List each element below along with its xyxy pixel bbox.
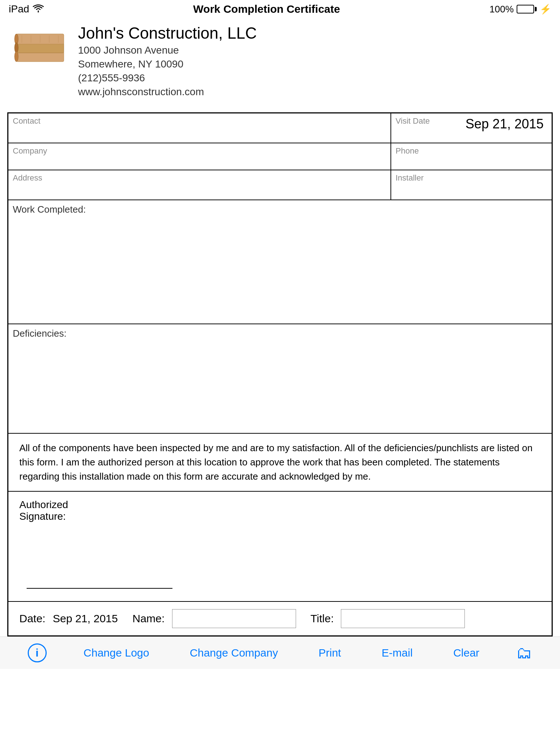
contact-label: Contact	[13, 116, 386, 126]
work-completed-section[interactable]: Work Completed:	[8, 200, 552, 324]
status-left: iPad	[9, 3, 44, 15]
charging-icon: ⚡	[540, 4, 551, 15]
change-company-button[interactable]: Change Company	[186, 645, 282, 661]
ipad-label: iPad	[9, 3, 29, 15]
visit-date-label: Visit Date	[396, 116, 430, 126]
company-phone: (212)555-9936	[78, 72, 257, 84]
name-input[interactable]	[172, 609, 296, 628]
date-value: Sep 21, 2015	[53, 612, 118, 625]
info-button[interactable]: i	[28, 643, 47, 662]
company-phone-row: Company Phone	[8, 143, 552, 170]
phone-label: Phone	[396, 146, 547, 156]
svg-point-10	[15, 51, 18, 62]
toolbar: i Change Logo Change Company Print E-mai…	[0, 636, 560, 669]
company-website: www.johnsconstruction.com	[78, 86, 257, 98]
clear-button[interactable]: Clear	[450, 645, 483, 661]
installer-label: Installer	[396, 173, 547, 183]
date-name-row: Date: Sep 21, 2015 Name: Title:	[8, 601, 552, 635]
wifi-icon	[33, 3, 44, 15]
address-label: Address	[13, 173, 386, 183]
contact-visitdate-row: Contact Visit Date Sep 21, 2015	[8, 113, 552, 143]
company-info: John's Construction, LLC 1000 Johnson Av…	[78, 20, 257, 98]
company-field[interactable]: Company	[8, 143, 391, 170]
form-container: Contact Visit Date Sep 21, 2015 Company …	[7, 112, 553, 636]
visit-date-value: Sep 21, 2015	[466, 116, 547, 132]
info-icon: i	[36, 647, 39, 659]
title-input[interactable]	[341, 609, 465, 628]
address-field[interactable]: Address	[8, 170, 391, 200]
signature-section: Authorized Signature:	[8, 492, 552, 601]
deficiencies-section[interactable]: Deficiencies:	[8, 324, 552, 434]
company-address2: Somewhere, NY 10090	[78, 58, 257, 70]
battery-icon	[517, 5, 537, 13]
date-label: Date:	[19, 612, 46, 625]
status-bar: iPad Work Completion Certificate 100% ⚡	[0, 0, 560, 17]
email-button[interactable]: E-mail	[378, 645, 416, 661]
title-label: Title:	[311, 612, 334, 625]
name-label: Name:	[132, 612, 164, 625]
statement-section: All of the components have been inspecte…	[8, 434, 552, 492]
company-field-label: Company	[13, 146, 386, 156]
installer-field[interactable]: Installer	[391, 170, 552, 200]
deficiencies-label: Deficiencies:	[13, 328, 547, 339]
change-logo-button[interactable]: Change Logo	[80, 645, 153, 661]
company-address1: 1000 Johnson Avenue	[78, 44, 257, 56]
company-name: John's Construction, LLC	[78, 24, 257, 42]
print-button[interactable]: Print	[315, 645, 345, 661]
page-title: Work Completion Certificate	[44, 3, 489, 15]
signature-line	[27, 588, 172, 589]
contact-field[interactable]: Contact	[8, 113, 391, 143]
statement-text: All of the components have been inspecte…	[19, 441, 541, 484]
address-installer-row: Address Installer	[8, 170, 552, 200]
visit-date-field: Visit Date Sep 21, 2015	[391, 113, 552, 143]
status-right: 100% ⚡	[490, 4, 552, 15]
battery-percent: 100%	[490, 4, 514, 15]
authorized-signature-label: Authorized Signature:	[19, 499, 541, 522]
company-logo	[11, 20, 69, 79]
work-completed-label: Work Completed:	[13, 204, 547, 215]
phone-field[interactable]: Phone	[391, 143, 552, 170]
company-header: John's Construction, LLC 1000 Johnson Av…	[0, 17, 560, 105]
folder-icon[interactable]: 🗂	[516, 644, 532, 662]
